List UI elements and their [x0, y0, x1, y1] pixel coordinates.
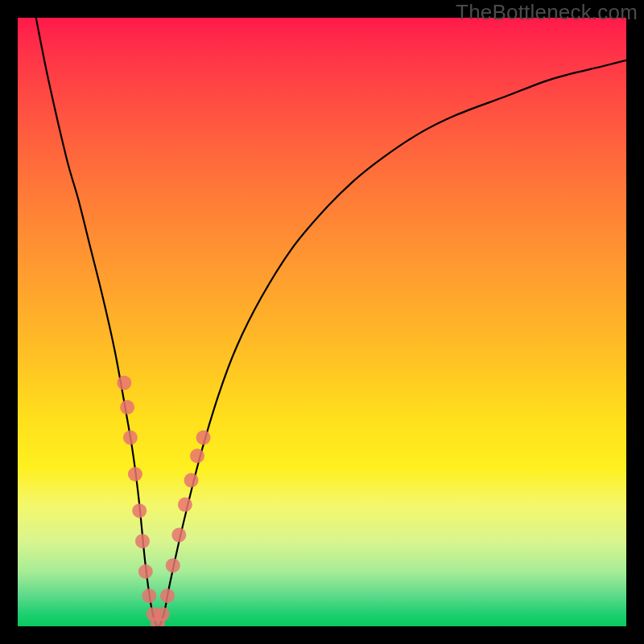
watermark-text: TheBottleneck.com: [456, 0, 638, 25]
chart-plot-area: [18, 18, 626, 626]
